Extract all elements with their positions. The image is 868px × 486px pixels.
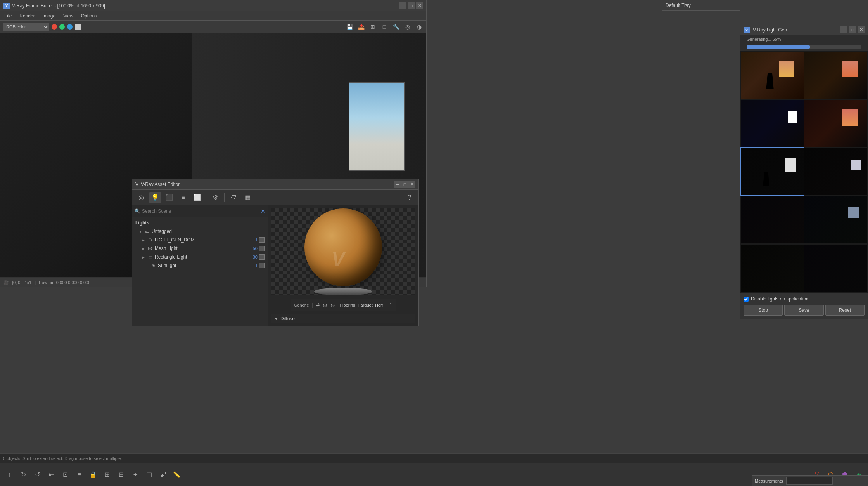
vfb-titlebar: V V-Ray Frame Buffer - [100.0% of 1650 x… <box>0 0 426 11</box>
lg-thumb-5[interactable] <box>741 148 804 195</box>
ae-title-icon: V <box>135 182 138 187</box>
display-icon-btn[interactable]: □ <box>380 22 389 31</box>
lg-thumb-10[interactable] <box>804 245 867 292</box>
lg-thumb-9[interactable] <box>741 245 804 292</box>
settings-icon-btn[interactable]: 🔧 <box>391 22 401 31</box>
ae-tool-settings[interactable]: ⚙ <box>209 192 221 203</box>
ae-search-clear-icon[interactable]: ✕ <box>261 208 265 214</box>
list-item-rectangle-light[interactable]: ▶ ▭ Rectangle Light 30 <box>132 253 268 261</box>
ae-preview-area <box>271 208 415 295</box>
lg-close-btn[interactable]: ✕ <box>858 26 865 33</box>
bt-rotate-icon[interactable]: ↻ <box>17 469 29 481</box>
lightgen-dome-label: LIGHT_GEN_DOME <box>155 237 248 243</box>
list-item-untagged[interactable]: ▼ 🏷 Untagged <box>132 227 268 236</box>
colorcorrect-icon-btn[interactable]: ◑ <box>415 22 424 31</box>
disable-lights-checkbox[interactable] <box>744 297 749 302</box>
bt-move-icon[interactable]: ⇤ <box>45 469 57 481</box>
bt-measure-icon[interactable]: 📏 <box>171 469 183 481</box>
save-button[interactable]: Save <box>784 305 823 316</box>
lg-minimize-btn[interactable]: ─ <box>840 26 847 33</box>
vfb-toolbar: RGB color 💾 📤 ⊞ □ 🔧 ◎ ◑ <box>0 21 426 33</box>
vfb-close-btn[interactable]: ✕ <box>416 2 423 9</box>
ae-tool-objects[interactable]: ⬛ <box>163 192 175 203</box>
bt-layers-icon[interactable]: ≡ <box>73 469 85 481</box>
material-name-label: Flooring_Parquet_Herr <box>338 303 385 307</box>
lg-thumb-8-window <box>848 207 859 218</box>
vfb-minimize-btn[interactable]: ─ <box>399 2 406 9</box>
bt-lock-icon[interactable]: 🔒 <box>87 469 99 481</box>
menu-file[interactable]: File <box>3 12 13 19</box>
measurements-input[interactable] <box>786 477 833 485</box>
lightgen-dome-checkbox[interactable] <box>259 237 265 243</box>
ae-close-btn[interactable]: ✕ <box>408 181 415 188</box>
color-dot-white[interactable] <box>75 24 81 30</box>
lut-icon-btn[interactable]: ◎ <box>403 22 412 31</box>
list-item-mesh-light[interactable]: ▶ ⋈ Mesh Light 50 <box>132 244 268 253</box>
menu-options[interactable]: Options <box>80 12 99 19</box>
lg-thumb-3[interactable] <box>741 100 804 147</box>
lg-checkbox-row: Disable lights on application <box>744 296 865 302</box>
ae-search-input[interactable] <box>142 208 259 214</box>
mesh-light-value: 50 <box>250 246 258 251</box>
asset-editor-window: V V-Ray Asset Editor ─ □ ✕ ◎ 💡 ⬛ ≡ ⬜ ⚙ 🛡… <box>132 179 419 326</box>
reset-button[interactable]: Reset <box>825 305 865 316</box>
mat-add-icon[interactable]: ⊕ <box>323 302 327 308</box>
lg-thumb-8[interactable] <box>804 196 867 243</box>
ae-minimize-btn[interactable]: ─ <box>394 181 401 188</box>
mat-menu-icon[interactable]: ⋮ <box>388 302 393 308</box>
sunlight-checkbox[interactable] <box>259 263 265 268</box>
ae-tool-help[interactable]: ? <box>404 192 415 203</box>
channel-select[interactable]: RGB color <box>3 23 49 31</box>
color-dot-green[interactable] <box>59 24 65 30</box>
ae-tool-render[interactable]: 🛡 <box>228 192 239 203</box>
status-text: 0 objects. Shift to extend select. Drag … <box>3 456 122 461</box>
bt-ungroup-icon[interactable]: ⊟ <box>115 469 127 481</box>
ae-tool-lights[interactable]: 💡 <box>149 192 161 203</box>
rect-light-icon: ▭ <box>147 254 153 260</box>
lg-thumb-2[interactable] <box>804 52 867 99</box>
ae-tool-display[interactable]: ▦ <box>242 192 253 203</box>
mesh-light-checkbox[interactable] <box>259 246 265 251</box>
bt-refresh-icon[interactable]: ↺ <box>31 469 43 481</box>
ae-tool-materials[interactable]: ≡ <box>177 192 189 203</box>
lg-thumb-6[interactable] <box>804 148 867 195</box>
expand-icon2: ▶ <box>142 238 145 242</box>
mat-arrow-icon: ⇄ <box>316 302 320 307</box>
bt-group-icon[interactable]: ⊞ <box>101 469 113 481</box>
ae-maximize-btn[interactable]: □ <box>401 181 408 188</box>
disable-lights-label: Disable lights on application <box>751 296 809 302</box>
lg-thumb-7[interactable] <box>741 196 804 243</box>
list-item-sunlight[interactable]: ☀ SunLight 1 <box>132 261 268 270</box>
vfb-maximize-btn[interactable]: □ <box>408 2 415 9</box>
vfb-title-text: V-Ray Frame Buffer - [100.0% of 1650 x 9… <box>12 3 399 9</box>
color-dot-blue[interactable] <box>67 24 73 30</box>
bt-select-icon[interactable]: ⊡ <box>59 469 71 481</box>
lg-thumb-1-window <box>779 61 794 77</box>
diffuse-label: Diffuse <box>280 316 295 321</box>
bt-explode-icon[interactable]: ✦ <box>129 469 141 481</box>
color-dot-red[interactable] <box>52 24 57 30</box>
menu-render[interactable]: Render <box>18 12 36 19</box>
save-icon-btn[interactable]: 💾 <box>345 22 354 31</box>
export-icon-btn[interactable]: 📤 <box>356 22 366 31</box>
lg-thumb-1-fig <box>766 73 773 89</box>
scene-window <box>349 82 405 171</box>
bt-arrow-icon[interactable]: ↑ <box>3 469 16 481</box>
rect-light-checkbox[interactable] <box>259 254 265 260</box>
bottom-toolbar: ↑ ↻ ↺ ⇤ ⊡ ≡ 🔒 ⊞ ⊟ ✦ ◫ 🖌 📏 V ⬡ ⬢ ◈ <box>0 463 868 486</box>
stop-button[interactable]: Stop <box>744 305 783 316</box>
lg-thumb-1[interactable] <box>741 52 804 99</box>
lg-thumb-5-window <box>785 158 796 172</box>
bt-texture-icon[interactable]: ◫ <box>143 469 155 481</box>
bt-paint-icon[interactable]: 🖌 <box>157 469 169 481</box>
lg-maximize-btn[interactable]: □ <box>849 26 856 33</box>
layers-icon-btn[interactable]: ⊞ <box>368 22 377 31</box>
mat-down-icon[interactable]: ⊖ <box>330 302 335 308</box>
lg-thumb-4[interactable] <box>804 100 867 147</box>
menu-image[interactable]: Image <box>41 12 57 19</box>
list-item-lightgen-dome[interactable]: ▶ ⊙ LIGHT_GEN_DOME 1 <box>132 236 268 244</box>
ae-tool-textures[interactable]: ⬜ <box>191 192 203 203</box>
ae-list: Lights ▼ 🏷 Untagged ▶ ⊙ LIGHT_GEN_DOME 1… <box>132 217 268 326</box>
ae-tool-all[interactable]: ◎ <box>135 192 147 203</box>
menu-view[interactable]: View <box>62 12 75 19</box>
